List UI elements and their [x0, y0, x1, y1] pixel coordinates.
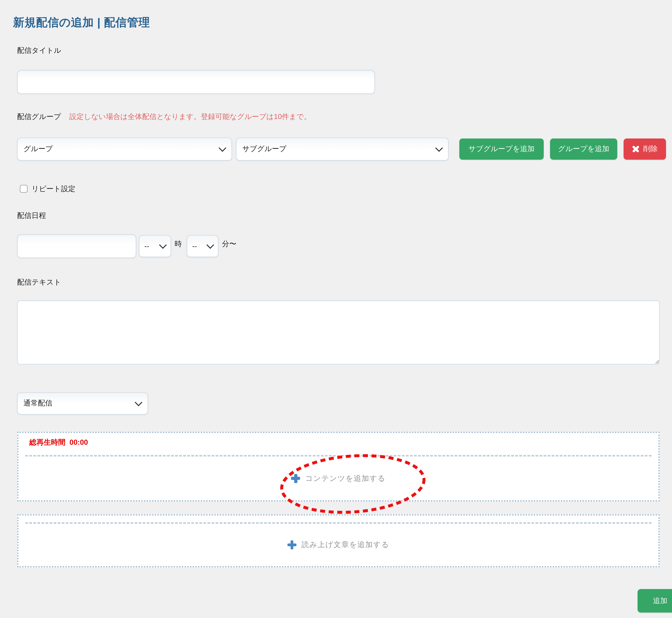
- submit-add-button[interactable]: 追加: [638, 589, 672, 613]
- hour-select-value: --: [145, 242, 149, 250]
- chevron-down-icon: [435, 144, 443, 152]
- new-delivery-page: 新規配信の追加 | 配信管理 配信タイトル 配信グループ 設定しない場合は全体配…: [0, 0, 672, 618]
- plus-icon: [291, 474, 300, 483]
- repeat-checkbox[interactable]: [20, 185, 27, 193]
- content-list-separator: [25, 455, 652, 456]
- repeat-checkbox-label: リピート設定: [31, 185, 75, 194]
- delivery-type-value: 通常配信: [23, 399, 53, 408]
- plus-icon: [288, 540, 297, 549]
- total-play-time-value: 00:00: [70, 438, 88, 446]
- x-close-icon: [632, 145, 639, 153]
- delete-button-label: 削除: [643, 144, 658, 154]
- add-subgroup-button-label: サブグループを追加: [469, 144, 535, 154]
- tts-list-separator: [25, 522, 652, 524]
- delivery-group-note: 設定しない場合は全体配信となります。登録可能なグループは10件まで。: [69, 113, 311, 120]
- chevron-down-icon: [159, 241, 167, 248]
- group-select[interactable]: グループ: [17, 137, 232, 161]
- add-group-button-label: グループを追加: [558, 144, 609, 154]
- delivery-title-label: 配信タイトル: [17, 46, 61, 56]
- delete-group-button[interactable]: 削除: [623, 138, 666, 160]
- group-select-value: グループ: [23, 144, 53, 154]
- delivery-type-select[interactable]: 通常配信: [17, 392, 148, 415]
- chevron-down-icon: [135, 398, 142, 406]
- chevron-down-icon: [219, 144, 226, 152]
- content-list-container: 総再生時間00:00 コンテンツを追加する: [17, 432, 660, 502]
- total-play-time: 総再生時間00:00: [18, 433, 658, 447]
- delivery-title-input[interactable]: [17, 70, 375, 94]
- schedule-label: 配信日程: [17, 211, 46, 221]
- add-group-button[interactable]: グループを追加: [550, 138, 617, 160]
- tts-list-header: [18, 515, 658, 522]
- tts-list-container: 読み上げ文章を追加する: [17, 514, 660, 568]
- add-subgroup-button[interactable]: サブグループを追加: [459, 138, 544, 160]
- total-play-time-label: 総再生時間: [29, 438, 66, 446]
- delivery-text-textarea[interactable]: [17, 300, 660, 365]
- add-content-link-label: コンテンツを追加する: [305, 473, 386, 483]
- schedule-hour-select[interactable]: --: [139, 235, 171, 257]
- schedule-date-input[interactable]: [17, 234, 136, 258]
- minute-suffix-label: 分〜: [222, 239, 236, 249]
- delivery-group-label: 配信グループ: [17, 113, 61, 120]
- chevron-down-icon: [206, 241, 214, 248]
- hour-suffix-label: 時: [175, 239, 182, 249]
- subgroup-select-value: サブグループ: [242, 144, 287, 154]
- minute-select-value: --: [192, 242, 197, 250]
- add-content-link[interactable]: コンテンツを追加する: [18, 456, 658, 500]
- page-title: 新規配信の追加 | 配信管理: [13, 15, 150, 30]
- subgroup-select[interactable]: サブグループ: [236, 137, 449, 161]
- add-tts-text-link[interactable]: 読み上げ文章を追加する: [18, 524, 658, 566]
- add-tts-text-link-label: 読み上げ文章を追加する: [302, 540, 389, 550]
- content-list-header: 総再生時間00:00: [18, 433, 658, 455]
- delivery-text-label: 配信テキスト: [17, 278, 61, 287]
- submit-add-button-label: 追加: [653, 596, 667, 606]
- schedule-minute-select[interactable]: --: [187, 235, 218, 257]
